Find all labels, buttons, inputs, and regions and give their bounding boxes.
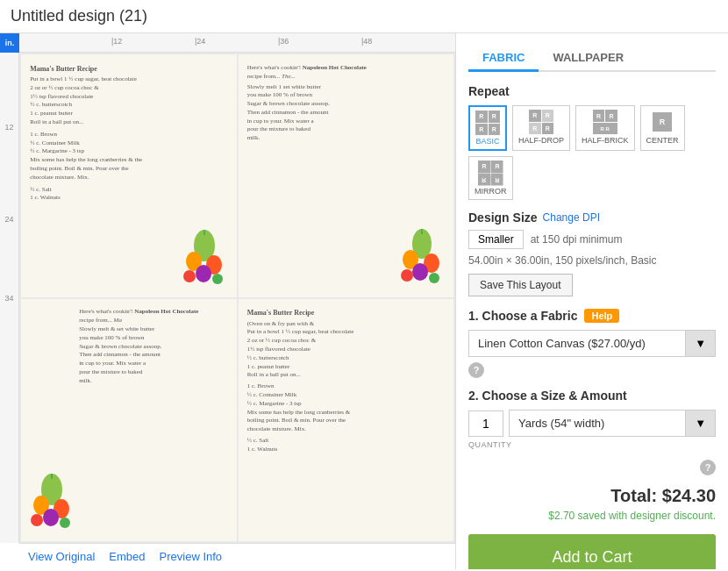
fabric-help-icon[interactable]: ? <box>468 362 484 378</box>
fruit-decor-1 <box>181 228 229 289</box>
size-help-icon[interactable]: ? <box>700 460 716 475</box>
svg-point-6 <box>212 274 223 284</box>
tab-fabric[interactable]: FABRIC <box>468 46 539 72</box>
embed-link[interactable]: Embed <box>109 550 145 563</box>
fabric-selected-value: Linen Cotton Canvas ($27.00/yd) <box>469 331 685 356</box>
change-dpi-link[interactable]: Change DPI <box>543 211 600 224</box>
total-row: Total: $24.30 <box>468 486 716 506</box>
tile-3: Here's what's cookin'! Napoleon Hot Choc… <box>21 299 237 542</box>
repeat-half-drop[interactable]: RR RR HALF-DROP <box>512 105 570 151</box>
add-to-cart-button[interactable]: Add to Cart <box>468 534 716 569</box>
size-amount-row: Yards (54" width) ▼ <box>468 410 716 437</box>
tab-wallpaper[interactable]: WALLPAPER <box>539 46 638 72</box>
tile-2: Here's what's cookin'! Napoleon Hot Choc… <box>239 54 454 297</box>
total-label: Total: <box>610 486 657 505</box>
product-tabs: FABRIC WALLPAPER <box>468 46 716 72</box>
tile-4: Mama's Butter Recipe (Oven on & fry pan … <box>239 299 454 542</box>
design-size-row: Design Size Change DPI <box>468 211 716 225</box>
choose-size-label: 2. Choose a Size & Amount <box>468 389 716 403</box>
save-layout-button[interactable]: Save This Layout <box>468 274 573 296</box>
preview-info-link[interactable]: Preview Info <box>160 550 223 563</box>
ruler-num-24: 24 <box>4 215 13 224</box>
quantity-label: QUANTITY <box>468 440 716 449</box>
recipe-text-4: Mama's Butter Recipe (Oven on & fry pan … <box>247 308 445 532</box>
savings-row: $2.70 saved with designer discount. <box>468 510 716 522</box>
fabric-dropdown-arrow[interactable]: ▼ <box>685 331 715 356</box>
fruit-decor-2 <box>398 228 446 289</box>
help-badge[interactable]: Help <box>584 309 619 323</box>
svg-point-13 <box>429 273 439 283</box>
ruler-mark-48: |48 <box>361 37 372 46</box>
repeat-center-label: CENTER <box>646 136 679 145</box>
repeat-center[interactable]: R CENTER <box>640 105 685 151</box>
size-selected-value: Yards (54" width) <box>510 410 685 436</box>
svg-point-11 <box>412 263 428 281</box>
repeat-half-brick-label: HALF-BRICK <box>582 136 629 145</box>
repeat-basic-label: BASIC <box>475 137 499 146</box>
quantity-input[interactable] <box>468 410 503 437</box>
fabric-selector[interactable]: Linen Cotton Canvas ($27.00/yd) ▼ <box>468 330 716 357</box>
canvas-area: Mama's Butter Recipe Put in a bowl 1 ½ c… <box>19 53 455 543</box>
svg-point-18 <box>43 509 59 526</box>
ruler-unit-badge: in. <box>0 33 19 53</box>
ruler-mark-36: |36 <box>278 37 289 46</box>
dpi-info: at 150 dpi minimum <box>531 233 623 246</box>
right-panel: FABRIC WALLPAPER Repeat RR RR BASIC RR R… <box>456 33 728 569</box>
ruler-left: 12 24 34 <box>0 53 19 543</box>
repeat-half-brick[interactable]: RR R R HALF-BRICK <box>575 105 635 151</box>
ruler-top: |12 |24 |36 |48 <box>19 33 455 53</box>
view-original-link[interactable]: View Original <box>28 550 95 563</box>
size-detail: 54.00in × 36.00in, 150 pixels/inch, Basi… <box>468 254 716 267</box>
svg-point-20 <box>60 517 70 528</box>
svg-point-12 <box>401 269 413 282</box>
tile-1: Mama's Butter Recipe Put in a bowl 1 ½ c… <box>21 54 237 297</box>
ruler-mark-24: |24 <box>195 37 205 46</box>
recipe-text-3: Here's what's cookin'! Napoleon Hot Choc… <box>79 308 227 532</box>
fruit-decor-3 <box>28 472 76 533</box>
svg-point-19 <box>31 514 43 526</box>
repeat-basic[interactable]: RR RR BASIC <box>468 105 507 151</box>
size-selector[interactable]: Yards (54" width) ▼ <box>509 410 716 437</box>
choose-fabric-label: 1. Choose a Fabric <box>468 309 577 323</box>
repeat-title: Repeat <box>468 84 716 98</box>
repeat-options: RR RR BASIC RR RR HALF-DROP RR R R HALF <box>468 105 716 200</box>
ruler-num-34: 34 <box>4 294 13 303</box>
total-amount: $24.30 <box>662 486 716 505</box>
smaller-button[interactable]: Smaller <box>468 230 524 249</box>
ruler-mark-12: |12 <box>111 37 122 46</box>
repeat-mirror-label: MIRROR <box>475 187 507 196</box>
svg-point-4 <box>196 265 211 282</box>
design-size-label: Design Size <box>468 211 538 225</box>
page-title: Untitled design (21) <box>0 0 728 33</box>
canvas-panel: in. |12 |24 |36 |48 12 24 34 Mama's Butt… <box>0 33 456 569</box>
repeat-half-drop-label: HALF-DROP <box>518 136 564 145</box>
choose-fabric-row: 1. Choose a Fabric Help <box>468 309 716 323</box>
repeat-mirror[interactable]: RR RR MIRROR <box>468 156 513 200</box>
ruler-num-12: 12 <box>4 123 13 132</box>
svg-point-5 <box>183 270 196 282</box>
size-dropdown-arrow[interactable]: ▼ <box>685 410 715 436</box>
canvas-bottom-bar: View Original Embed Preview Info <box>19 543 455 569</box>
